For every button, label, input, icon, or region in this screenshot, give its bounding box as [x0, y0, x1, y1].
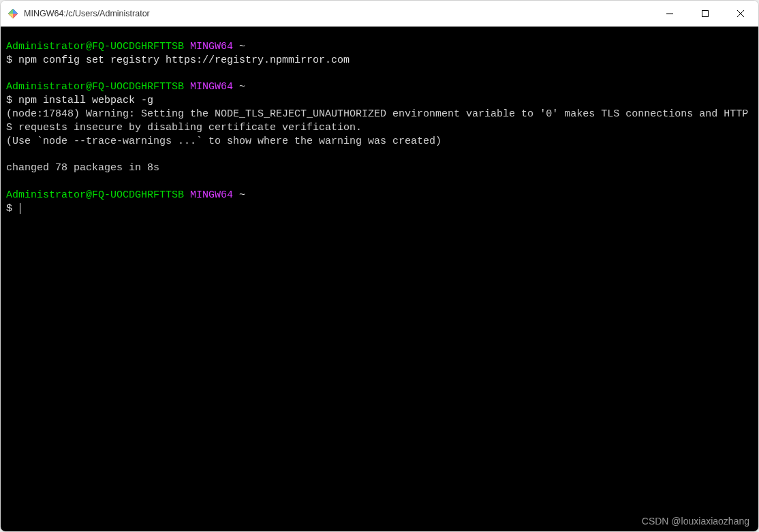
- window-controls: [652, 1, 758, 26]
- terminal-window: MINGW64:/c/Users/Administrator Administr…: [0, 0, 759, 532]
- terminal-body[interactable]: Administrator@FQ-UOCDGHRFTTSB MINGW64 ~ …: [1, 27, 758, 531]
- prompt-path: ~: [239, 81, 245, 93]
- titlebar[interactable]: MINGW64:/c/Users/Administrator: [1, 1, 758, 27]
- prompt-userhost: Administrator@FQ-UOCDGHRFTTSB: [6, 81, 184, 93]
- prompt-userhost: Administrator@FQ-UOCDGHRFTTSB: [6, 41, 184, 52]
- terminal-output: (Use `node --trace-warnings ...` to show…: [6, 136, 442, 147]
- command-line: npm install webpack -g: [18, 95, 153, 106]
- app-icon: [7, 8, 18, 19]
- terminal-output: changed 78 packages in 8s: [6, 162, 159, 174]
- terminal-output: (node:17848) Warning: Setting the NODE_T…: [6, 108, 748, 134]
- svg-rect-6: [702, 10, 709, 16]
- close-button[interactable]: [723, 1, 758, 26]
- prompt-path: ~: [239, 189, 245, 201]
- svg-marker-2: [13, 14, 18, 18]
- prompt-dollar: $: [6, 54, 12, 66]
- svg-marker-4: [8, 9, 13, 14]
- prompt-shell: MINGW64: [190, 189, 233, 201]
- prompt-shell: MINGW64: [190, 81, 233, 93]
- minimize-button[interactable]: [652, 1, 687, 26]
- prompt-userhost: Administrator@FQ-UOCDGHRFTTSB: [6, 189, 184, 201]
- svg-marker-1: [13, 9, 18, 14]
- prompt-dollar: $: [6, 203, 12, 215]
- prompt-shell: MINGW64: [190, 41, 233, 52]
- svg-marker-3: [8, 14, 13, 18]
- prompt-dollar: $: [6, 95, 12, 106]
- cursor: [20, 203, 20, 214]
- window-title: MINGW64:/c/Users/Administrator: [24, 9, 652, 18]
- maximize-button[interactable]: [687, 1, 723, 26]
- prompt-path: ~: [239, 41, 245, 52]
- command-line: npm config set registry https://registry…: [18, 54, 350, 66]
